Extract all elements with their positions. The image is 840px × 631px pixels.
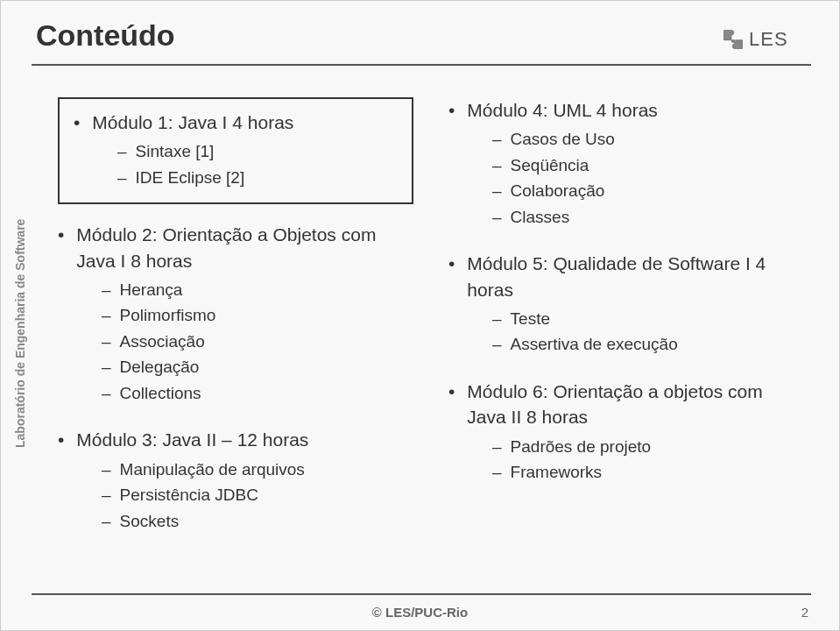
list-item: Sintaxe [1]	[74, 138, 398, 164]
right-column: Módulo 4: UML 4 horas Casos de Uso Seqüê…	[448, 97, 804, 548]
slide: Conteúdo LES Laboratório de Engenharia d…	[0, 0, 840, 631]
list-item: Assertiva de execução	[448, 331, 804, 357]
list-item: IDE Eclipse [2]	[74, 165, 398, 190]
module-5-title: Módulo 5: Qualidade de Software I 4 hora…	[448, 251, 804, 302]
module-6-title: Módulo 6: Orientação a objetos com Java …	[448, 379, 804, 430]
puzzle-icon	[721, 27, 745, 52]
module-1-title: Módulo 1: Java I 4 horas	[74, 110, 398, 135]
logo-text: LES	[749, 28, 788, 51]
list-item: Manipulação de arquivos	[58, 457, 413, 482]
page-number: 2	[801, 605, 808, 620]
content-area: Módulo 1: Java I 4 horas Sintaxe [1] IDE…	[58, 97, 804, 548]
module-3: Módulo 3: Java II – 12 horas Manipulação…	[58, 427, 413, 534]
page-title: Conteúdo	[36, 18, 175, 53]
module-4-title: Módulo 4: UML 4 horas	[448, 97, 804, 123]
list-item: Teste	[448, 306, 804, 331]
list-item: Associação	[58, 329, 413, 354]
logo: LES	[721, 22, 800, 57]
list-item: Sockets	[58, 508, 413, 534]
list-item: Casos de Uso	[448, 126, 804, 152]
title-divider	[32, 64, 811, 66]
module-4: Módulo 4: UML 4 horas Casos de Uso Seqüê…	[448, 97, 804, 230]
left-column: Módulo 1: Java I 4 horas Sintaxe [1] IDE…	[58, 97, 413, 548]
list-item: Classes	[448, 204, 804, 230]
module-6: Módulo 6: Orientação a objetos com Java …	[448, 379, 804, 486]
sidebar-label: Laboratório de Engenharia de Software	[13, 219, 27, 448]
list-item: Padrões de projeto	[448, 434, 804, 459]
list-item: Polimorfismo	[58, 302, 413, 328]
footer-divider	[32, 593, 811, 595]
module-3-title: Módulo 3: Java II – 12 horas	[58, 427, 413, 452]
list-item: Frameworks	[448, 459, 804, 485]
list-item: Seqüência	[448, 152, 804, 178]
list-item: Colaboração	[448, 178, 804, 203]
module-2-title: Módulo 2: Orientação a Objetos com Java …	[58, 222, 413, 273]
footer-center: © LES/PUC-Rio	[1, 605, 839, 620]
module-2: Módulo 2: Orientação a Objetos com Java …	[58, 222, 413, 406]
module-1-box: Módulo 1: Java I 4 horas Sintaxe [1] IDE…	[58, 97, 413, 204]
list-item: Collections	[58, 380, 413, 406]
list-item: Persistência JDBC	[58, 482, 413, 507]
module-5: Módulo 5: Qualidade de Software I 4 hora…	[448, 251, 804, 358]
list-item: Herança	[58, 277, 413, 302]
list-item: Delegação	[58, 354, 413, 379]
